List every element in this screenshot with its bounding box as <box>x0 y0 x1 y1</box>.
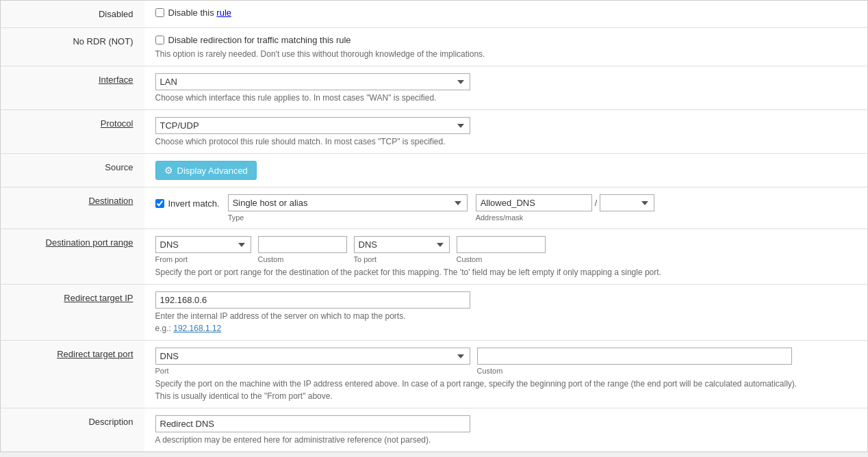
no-rdr-label: No RDR (NOT) <box>1 28 144 66</box>
protocol-help: Choose which protocol this rule should m… <box>155 137 857 146</box>
dest-port-content: DNS HTTP HTTPS any other From port Custo… <box>144 229 868 285</box>
no-rdr-help: This option is rarely needed. Don't use … <box>155 49 857 59</box>
destination-type-select[interactable]: Single host or alias Network Any LAN sub… <box>228 194 468 211</box>
redirect-port-port-label: Port <box>155 367 470 375</box>
to-port-select[interactable]: DNS HTTP HTTPS any other <box>354 236 450 253</box>
redirect-ip-input[interactable] <box>155 291 470 309</box>
redirect-ip-label: Redirect target IP <box>1 285 144 341</box>
destination-address-input[interactable] <box>476 194 592 211</box>
description-content: A description may be entered here for ad… <box>144 408 868 452</box>
dest-port-help: Specify the port or port range for the d… <box>155 267 857 277</box>
redirect-port-custom-label: Custom <box>477 367 792 375</box>
disabled-label: Disabled <box>1 1 144 28</box>
destination-type-label: Type <box>228 213 468 222</box>
interface-content: LAN WAN OPT1 Choose which interface this… <box>144 66 868 110</box>
redirect-ip-help1: Enter the internal IP address of the ser… <box>155 311 857 321</box>
source-content: ⚙ Display Advanced <box>144 154 868 187</box>
from-port-select[interactable]: DNS HTTP HTTPS any other <box>155 236 251 253</box>
redirect-port-label: Redirect target port <box>1 341 144 408</box>
interface-link[interactable]: Interface <box>99 75 133 85</box>
dest-port-link[interactable]: Destination port range <box>46 237 133 248</box>
gear-icon: ⚙ <box>164 165 173 176</box>
description-label: Description <box>1 408 144 452</box>
protocol-label: Protocol <box>1 110 144 154</box>
protocol-link[interactable]: Protocol <box>101 118 133 129</box>
to-port-custom-input[interactable] <box>457 236 546 253</box>
slash-separator: / <box>592 195 600 211</box>
from-port-label: From port <box>155 255 251 263</box>
redirect-ip-help2: e.g.: 192.168.1.12 <box>155 324 857 333</box>
no-rdr-content: Disable redirection for traffic matching… <box>144 28 868 66</box>
redirect-port-content: DNS HTTP HTTPS any other Port Custom Spe… <box>144 341 868 408</box>
redirect-port-help2: This is usually identical to the "From p… <box>155 391 857 401</box>
protocol-select[interactable]: TCP/UDP TCP UDP ICMP <box>155 117 470 134</box>
invert-match-checkbox[interactable] <box>155 199 164 208</box>
redirect-port-help1: Specify the port on the machine with the… <box>155 379 857 389</box>
redirect-ip-example-link[interactable]: 192.168.1.12 <box>173 324 221 333</box>
destination-content: Invert match. Single host or alias Netwo… <box>144 187 868 229</box>
no-rdr-checkbox[interactable] <box>155 36 164 44</box>
destination-link[interactable]: Destination <box>88 196 133 206</box>
redirect-ip-link[interactable]: Redirect target IP <box>64 293 133 303</box>
destination-mask-select[interactable]: 24 32 <box>600 194 654 211</box>
to-port-custom-label: Custom <box>457 255 546 263</box>
description-input[interactable] <box>155 415 470 432</box>
interface-label: Interface <box>1 66 144 110</box>
no-rdr-text: Disable redirection for traffic matching… <box>168 35 351 45</box>
disabled-content: Disable this rule <box>144 1 868 28</box>
destination-label: Destination <box>1 187 144 229</box>
source-label: Source <box>1 154 144 187</box>
from-port-custom-label: Custom <box>258 255 347 263</box>
interface-select[interactable]: LAN WAN OPT1 <box>155 73 470 90</box>
display-advanced-button[interactable]: ⚙ Display Advanced <box>155 161 257 180</box>
dest-port-label: Destination port range <box>1 229 144 285</box>
redirect-port-select[interactable]: DNS HTTP HTTPS any other <box>155 348 470 365</box>
from-port-custom-input[interactable] <box>258 236 347 253</box>
invert-match-label: Invert match. <box>168 198 220 209</box>
protocol-content: TCP/UDP TCP UDP ICMP Choose which protoc… <box>144 110 868 154</box>
description-help: A description may be entered here for ad… <box>155 435 857 445</box>
redirect-port-custom-input[interactable] <box>477 348 792 365</box>
disabled-checkbox[interactable] <box>155 8 164 17</box>
redirect-ip-content: Enter the internal IP address of the ser… <box>144 285 868 341</box>
destination-address-label: Address/mask <box>476 213 655 222</box>
to-port-label: To port <box>354 255 450 263</box>
disabled-text: Disable this rule <box>168 8 232 18</box>
redirect-port-link[interactable]: Redirect target port <box>57 349 133 359</box>
disabled-rule-link[interactable]: rule <box>216 8 231 18</box>
interface-help: Choose which interface this rule applies… <box>155 93 857 103</box>
